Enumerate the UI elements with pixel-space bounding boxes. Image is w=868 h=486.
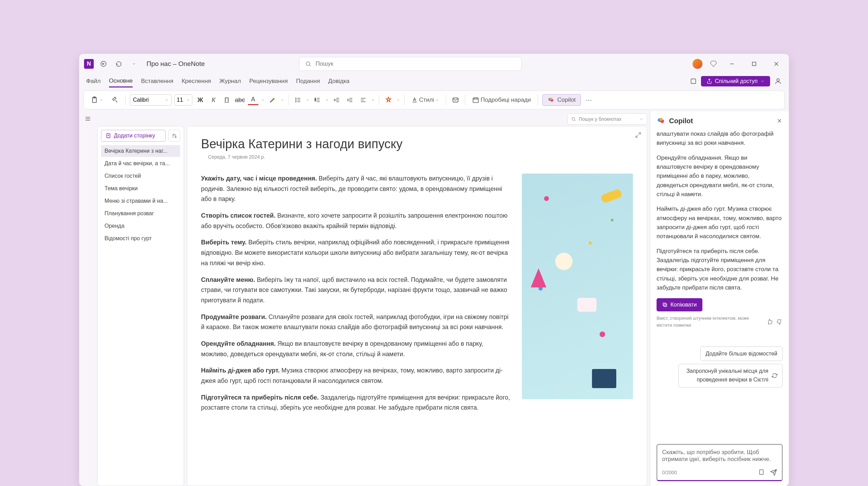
copilot-logo-icon <box>657 116 666 125</box>
minimize-button[interactable] <box>724 58 740 69</box>
tab-view[interactable]: Подання <box>296 76 320 87</box>
thumbs-up-button[interactable] <box>767 319 773 325</box>
share-button[interactable]: Спільний доступ <box>701 76 770 86</box>
svg-rect-22 <box>664 304 667 307</box>
tab-help[interactable]: Довідка <box>328 76 349 87</box>
refresh-suggestion-icon[interactable] <box>772 373 777 378</box>
search-box[interactable] <box>299 57 521 71</box>
note-canvas[interactable]: Вечірка Катерини з нагоди випуску Середа… <box>187 126 647 486</box>
tab-insert[interactable]: Вставлення <box>141 76 173 87</box>
svg-point-7 <box>295 98 296 99</box>
premium-icon[interactable] <box>710 60 717 68</box>
tab-draw[interactable]: Креслення <box>182 76 211 87</box>
svg-point-17 <box>572 117 575 120</box>
note-title[interactable]: Вечірка Катерини з нагоди випуску <box>201 137 633 151</box>
svg-rect-2 <box>752 62 756 66</box>
page-item[interactable]: Меню зі стравами й на... <box>101 195 180 207</box>
sort-pages-button[interactable] <box>168 130 180 142</box>
tab-home[interactable]: Основне <box>109 75 133 87</box>
paste-button[interactable] <box>88 94 106 106</box>
page-list-sidebar: Додати сторінку Вечірка Катерини з наг..… <box>97 126 184 486</box>
tab-history[interactable]: Журнал <box>219 76 241 87</box>
close-button[interactable] <box>769 58 784 69</box>
suggestion-chip[interactable]: Запропонуй унікальні місця для проведенн… <box>678 364 783 387</box>
copilot-messages: влаштувати показ слайдів або фотографій … <box>657 129 783 444</box>
format-painter-button[interactable] <box>109 94 121 106</box>
search-icon <box>305 61 311 67</box>
titlebar: N Про нас – OneNote <box>79 54 789 74</box>
share-icon <box>707 78 712 84</box>
contact-icon[interactable] <box>774 77 782 85</box>
more-options-button[interactable]: ⋯ <box>584 95 594 105</box>
user-avatar[interactable] <box>692 59 703 69</box>
app-window: N Про нас – OneNote Файл Основне Вставле… <box>79 54 789 486</box>
page-item[interactable]: Відомості про гурт <box>101 233 180 244</box>
svg-rect-23 <box>663 303 666 306</box>
meeting-details-button[interactable]: Подробиці наради <box>469 94 534 106</box>
expand-button[interactable] <box>635 132 641 138</box>
font-color-button[interactable]: A <box>248 95 258 105</box>
copilot-ribbon-button[interactable]: Copilot <box>542 94 581 106</box>
indent-button[interactable] <box>345 95 355 105</box>
undo-button[interactable] <box>113 58 124 69</box>
highlight-button[interactable] <box>267 95 278 105</box>
onenote-app-icon: N <box>84 59 94 69</box>
page-item[interactable]: Планування розваг <box>101 208 180 219</box>
copilot-input-placeholder: Скажіть, що потрібно зробити. Щоб отрима… <box>662 449 777 463</box>
bullet-list-button[interactable] <box>293 95 303 105</box>
tab-file[interactable]: Файл <box>86 76 101 87</box>
copilot-input-box[interactable]: Скажіть, що потрібно зробити. Щоб отрима… <box>657 444 783 481</box>
ribbon-tabs: Файл Основне Вставлення Креслення Журнал… <box>79 74 789 89</box>
svg-point-21 <box>660 118 663 121</box>
suggestion-chip[interactable]: Додайте більше відомостей <box>700 346 783 361</box>
note-text[interactable]: Укажіть дату, час і місце проведення. Ви… <box>201 174 511 419</box>
svg-point-9 <box>295 101 296 102</box>
note-image <box>522 174 633 399</box>
qat-dropdown[interactable] <box>128 58 140 69</box>
svg-text:2: 2 <box>315 99 316 101</box>
tab-review[interactable]: Рецензування <box>249 76 288 87</box>
svg-point-16 <box>550 98 552 100</box>
hamburger-menu[interactable] <box>79 111 93 486</box>
svg-rect-13 <box>473 98 478 102</box>
maximize-button[interactable] <box>746 58 762 69</box>
search-icon <box>571 117 576 122</box>
char-counter: 0/2000 <box>662 470 677 475</box>
font-family-select[interactable]: Calibri <box>130 94 172 106</box>
add-page-button[interactable]: Додати сторінку <box>101 130 166 142</box>
page-item[interactable]: Тема вечірки <box>101 183 180 194</box>
tag-button[interactable] <box>383 95 394 105</box>
italic-button[interactable]: К <box>208 95 219 105</box>
copilot-icon <box>548 97 554 103</box>
fullscreen-icon[interactable] <box>690 78 697 85</box>
bold-button[interactable]: Ж <box>195 95 206 105</box>
send-button[interactable] <box>770 469 777 476</box>
ribbon-toolbar: Calibri 11 Ж К П abc A 12 Стилі <box>83 91 785 109</box>
copilot-close-button[interactable] <box>776 118 783 124</box>
thumbs-down-button[interactable] <box>776 319 783 325</box>
align-button[interactable] <box>358 95 368 105</box>
add-page-icon <box>106 133 111 139</box>
ai-disclaimer-text: Вміст, створений штучним інтелектом, мож… <box>657 315 763 329</box>
window-title: Про нас – OneNote <box>147 60 205 68</box>
page-item[interactable]: Дата й час вечірки, а та... <box>101 158 180 169</box>
outdent-button[interactable] <box>332 95 342 105</box>
svg-rect-3 <box>691 79 695 83</box>
page-item[interactable]: Вечірка Катерини з наг... <box>101 145 180 157</box>
mail-button[interactable] <box>450 95 461 105</box>
svg-rect-24 <box>760 470 763 475</box>
svg-point-8 <box>295 100 296 100</box>
copy-button[interactable]: Копіювати <box>657 298 702 312</box>
font-size-select[interactable]: 11 <box>174 94 192 106</box>
underline-button[interactable]: П <box>222 95 232 105</box>
numbered-list-button[interactable]: 12 <box>312 95 323 105</box>
search-input[interactable] <box>316 60 516 67</box>
guide-button[interactable] <box>758 469 765 476</box>
page-item[interactable]: Список гостей <box>101 170 180 182</box>
search-notebooks-box[interactable]: Пошук у блокнотах <box>567 114 647 125</box>
note-date: Середа, 7 червня 2024 р. <box>208 154 633 160</box>
page-item[interactable]: Оренда <box>101 220 180 232</box>
strikethrough-button[interactable]: abc <box>235 95 245 105</box>
styles-button[interactable]: Стилі <box>409 94 442 106</box>
back-button[interactable] <box>98 58 109 69</box>
